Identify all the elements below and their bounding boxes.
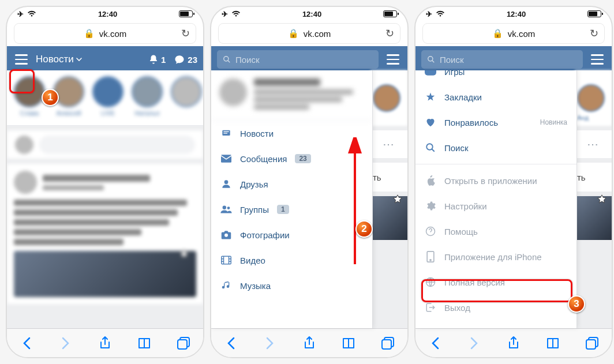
lock-icon: 🔒 (288, 28, 299, 39)
vk-header: Поиск (415, 46, 612, 73)
reload-icon[interactable]: ↻ (181, 27, 190, 40)
wifi-icon (27, 10, 36, 17)
search-input[interactable]: Поиск (421, 50, 583, 69)
lock-icon: 🔒 (84, 28, 95, 39)
lock-icon: 🔒 (492, 28, 503, 39)
menu-item-photos[interactable]: Фотографии (211, 222, 372, 247)
annotation-badge-3: 3 (568, 295, 585, 313)
menu-item-friends[interactable]: Друзья (211, 171, 372, 197)
search-input[interactable]: Поиск (217, 50, 379, 69)
back-button[interactable] (222, 335, 239, 352)
menu-item-messages[interactable]: Сообщения 23 (211, 146, 372, 171)
bookmarks-button[interactable] (136, 335, 153, 352)
speech-bubble-icon (174, 54, 185, 65)
safari-toolbar (211, 328, 407, 357)
safari-url-bar[interactable]: 🔒 vk.com ↻ (422, 23, 605, 44)
menu-item-video[interactable]: Видео (211, 247, 372, 273)
heart-icon (425, 118, 436, 127)
clock: 12:40 (98, 10, 117, 18)
safari-url-bar[interactable]: 🔒 vk.com ↻ (14, 23, 196, 44)
news-icon (220, 129, 232, 138)
forward-button[interactable] (57, 335, 74, 352)
messages-count-badge: 23 (295, 154, 310, 163)
menu-item-settings[interactable]: Настройки (415, 193, 576, 219)
messages-button[interactable]: 23 (174, 54, 197, 65)
menu-item-full-version[interactable]: Полная версия (415, 269, 576, 295)
menu-item-search[interactable]: Поиск (415, 135, 576, 160)
menu-item-news[interactable]: Новости (211, 121, 372, 146)
header-title[interactable]: Новости (36, 54, 143, 65)
back-button[interactable] (18, 335, 35, 352)
stories-row[interactable]: Слава Алексей LIVE Наталья (7, 70, 203, 126)
bookmarks-button[interactable] (340, 335, 357, 352)
menu-profile[interactable] (211, 70, 372, 121)
forward-button[interactable] (261, 335, 279, 352)
airplane-icon: ✈ (222, 10, 228, 18)
wifi-icon (231, 10, 241, 17)
film-icon (220, 256, 232, 265)
battery-icon (383, 10, 397, 17)
battery-icon (179, 10, 193, 17)
clock: 12:40 (302, 10, 321, 18)
gear-icon (425, 201, 436, 211)
menu-item-liked[interactable]: Понравилось Новинка (415, 110, 576, 135)
menu-separator (415, 164, 576, 164)
feed-post[interactable] (7, 164, 203, 304)
menu-item-open-app[interactable]: Открыть в приложении (415, 168, 576, 193)
svg-point-8 (223, 206, 226, 209)
tabs-button[interactable] (583, 335, 601, 352)
logout-icon (425, 302, 436, 313)
share-button[interactable] (505, 335, 522, 352)
menu-item-logout[interactable]: Выход (415, 295, 576, 320)
notifications-button[interactable]: 1 (148, 54, 166, 65)
annotation-badge-2: 2 (355, 220, 373, 238)
phone-screenshot-3: ✈ 12:40 🔒 vk.com ↻ Поиск Анд ⋯ ть Игры З… (414, 6, 613, 358)
reload-icon[interactable]: ↻ (385, 27, 394, 40)
ios-statusbar: ✈ 12:40 (7, 7, 203, 21)
menu-item-bookmarks[interactable]: Закладки (415, 84, 576, 110)
side-menu: Новости Сообщения 23 Друзья Группы 1 Фот… (211, 70, 373, 328)
content-peek: Анд ⋯ ть (575, 70, 612, 328)
menu-button[interactable] (13, 51, 30, 68)
url-domain: vk.com (304, 29, 331, 39)
tabs-button[interactable] (175, 335, 192, 352)
safari-url-bar[interactable]: 🔒 vk.com ↻ (218, 23, 400, 44)
tabs-button[interactable] (379, 335, 396, 352)
phone-icon (425, 251, 436, 262)
back-button[interactable] (426, 335, 444, 352)
safari-toolbar (7, 328, 203, 357)
share-button[interactable] (96, 335, 114, 352)
svg-point-19 (430, 260, 431, 261)
menu-button[interactable] (384, 51, 402, 68)
star-icon (425, 92, 436, 102)
share-button[interactable] (301, 335, 318, 352)
svg-point-15 (428, 57, 433, 61)
svg-point-10 (224, 234, 228, 237)
forward-button[interactable] (466, 335, 483, 352)
vk-header: Новости 1 23 (7, 46, 203, 73)
menu-item-music[interactable]: Музыка (211, 273, 372, 298)
annotation-badge-1: 1 (42, 89, 59, 106)
content-peek: ⋯ ть (370, 70, 407, 328)
menu-item-help[interactable]: Помощь (415, 219, 576, 244)
menu-button[interactable] (589, 51, 606, 68)
gamepad-icon (425, 70, 436, 76)
menu-item-iphone-app[interactable]: Приложение для iPhone (415, 244, 576, 269)
menu-item-groups[interactable]: Группы 1 (211, 197, 372, 222)
search-icon (223, 55, 231, 63)
bookmarks-button[interactable] (544, 335, 561, 352)
menu-item-games[interactable]: Игры (415, 70, 576, 84)
composer[interactable] (7, 130, 203, 159)
safari-toolbar (415, 328, 612, 357)
phone-screenshot-1: ✈ 12:40 🔒 vk.com ↻ Новости 1 23 Слава (6, 6, 204, 358)
reload-icon[interactable]: ↻ (590, 27, 598, 40)
svg-point-16 (426, 144, 433, 150)
svg-point-7 (224, 180, 229, 184)
music-icon (220, 280, 232, 291)
battery-icon (587, 10, 601, 17)
svg-rect-22 (586, 340, 596, 349)
new-tag: Новинка (540, 118, 567, 126)
svg-rect-11 (222, 256, 231, 264)
airplane-icon: ✈ (426, 10, 432, 18)
person-icon (220, 179, 232, 189)
